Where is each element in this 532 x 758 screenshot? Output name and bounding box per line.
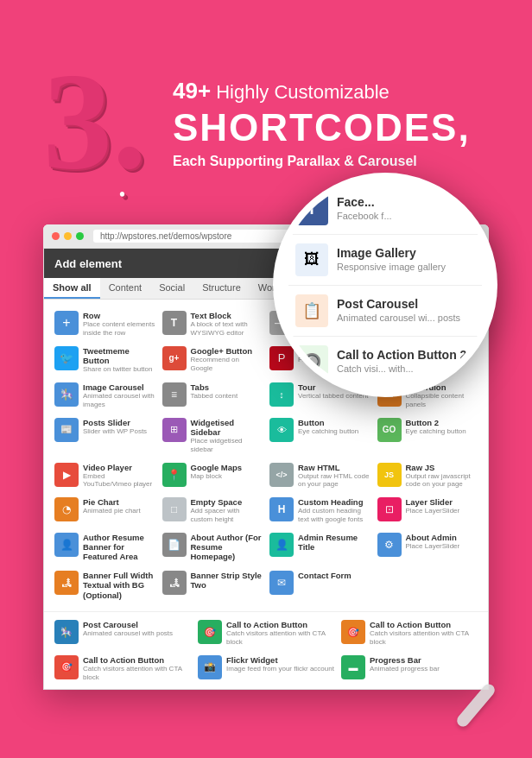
element-posts-slider[interactable]: 📰 Posts Slider Slider with WP Posts — [51, 414, 159, 458]
hero-prefix-text: Highly Customizable — [216, 81, 390, 103]
text-block-desc: A block of text with WYSIWYG editor — [191, 320, 263, 337]
cta-2-icon: 🎯 — [341, 620, 365, 644]
banner-strip-title: Banner Strip Style Two — [191, 571, 263, 591]
element-cta-3[interactable]: 🎯 Call to Action Button Catch visitors a… — [51, 651, 194, 686]
button-desc: Eye catching button — [298, 427, 358, 436]
accordion-desc: Collapsible content panels — [406, 392, 478, 408]
element-raw-js[interactable]: JS Raw JS Output raw javascript code on … — [374, 458, 482, 494]
post-carousel-2-text: Post Carousel Animated carousel with pos… — [83, 620, 173, 638]
element-about-author[interactable]: 📄 About Author (For Resume Homepage) — [159, 528, 267, 566]
browser-close-dot — [52, 232, 60, 240]
posts-slider-text: Posts Slider Slider with WP Posts — [83, 418, 147, 436]
posts-slider-desc: Slider with WP Posts — [83, 427, 147, 436]
gallery-icon: 🖼 — [295, 243, 328, 276]
raw-js-title: Raw JS — [406, 463, 478, 472]
author-banner-text: Author Resume Banner for Featured Area — [83, 533, 155, 562]
cta-3-title: Call to Action Button — [83, 655, 191, 665]
row-icon: + — [54, 311, 79, 335]
post-carousel-2-title: Post Carousel — [83, 620, 173, 629]
element-tabs[interactable]: ≡ Tabs Tabbed content — [159, 378, 267, 414]
layer-slider-icon: ⊡ — [377, 497, 402, 521]
cta-text: Call to Action Button 2 Catch visi... wi… — [337, 348, 466, 375]
magnifier-carousel-item: 📋 Post Carousel Animated carousel wi... … — [288, 286, 482, 337]
element-widgetised-sidebar[interactable]: ⊞ Widgetised Sidebar Place widgetised si… — [159, 414, 267, 458]
magnifier: f Face... Facebook f... 🖼 Image Gallery … — [273, 173, 497, 397]
image-carousel-title: Image Carousel — [83, 382, 155, 392]
element-button[interactable]: 👁 Button Eye catching button — [266, 414, 374, 458]
element-cta-2[interactable]: 🎯 Call to Action Button Catch visitors a… — [338, 616, 481, 651]
tabs-desc: Tabbed content — [191, 392, 238, 401]
element-pie-chart[interactable]: ◔ Pie Chart Animated pie chart — [51, 493, 159, 528]
element-gplus[interactable]: g+ Google+ Button Recommend on Google — [159, 342, 267, 378]
element-video-player[interactable]: ▶ Video Player Embed YouTube/Vimeo playe… — [51, 458, 159, 494]
contact-form-text: Contact Form — [298, 571, 352, 580]
raw-html-title: Raw HTML — [298, 463, 370, 472]
tweetmeme-icon: 🐦 — [54, 346, 79, 370]
admin-resume-icon: 👤 — [269, 533, 294, 557]
layer-slider-text: Layer Slider Place LayerSlider — [406, 497, 460, 515]
gplus-title: Google+ Button — [191, 346, 263, 356]
element-cta-1[interactable]: 🎯 Call to Action Button Catch visitors a… — [194, 616, 338, 651]
browser-section: f Face... Facebook f... 🖼 Image Gallery … — [43, 224, 489, 690]
post-carousel-2-icon: 🎠 — [54, 620, 79, 644]
empty-space-text: Empty Space Add spacer with custom heigh… — [191, 497, 263, 524]
element-empty-space[interactable]: □ Empty Space Add spacer with custom hei… — [159, 493, 267, 528]
element-banner-full-width[interactable]: 🏞 Banner Full Width Textual with BG (Opt… — [51, 566, 159, 604]
facebook-text: Face... Facebook f... — [337, 195, 392, 222]
google-maps-icon: 📍 — [162, 463, 187, 487]
raw-js-desc: Output raw javascript code on your page — [406, 472, 478, 489]
element-author-banner[interactable]: 👤 Author Resume Banner for Featured Area — [51, 528, 159, 566]
element-contact-form[interactable]: ✉ Contact Form — [266, 566, 374, 604]
author-banner-icon: 👤 — [54, 533, 79, 557]
element-google-maps[interactable]: 📍 Google Maps Map block — [159, 458, 267, 494]
google-maps-desc: Map block — [191, 472, 243, 481]
flickr-widget-icon: 📸 — [198, 655, 222, 679]
browser-maximize-dot — [76, 232, 84, 240]
element-image-carousel[interactable]: 🎠 Image Carousel Animated carousel with … — [51, 378, 159, 414]
banner-full-width-title: Banner Full Width Textual with BG (Optio… — [83, 571, 155, 600]
cta-3-desc: Catch visitors attention with CTA block — [83, 665, 191, 681]
text-block-icon: T — [162, 311, 187, 335]
tab-show-all[interactable]: Show all — [44, 278, 100, 299]
element-admin-resume[interactable]: 👤 Admin Resume Title — [266, 528, 374, 566]
cta-1-text: Call to Action Button Catch visitors att… — [226, 620, 334, 647]
progress-bar-title: Progress Bar — [370, 655, 440, 665]
element-about-admin[interactable]: ⚙ About Admin Place LayerSlider — [374, 528, 482, 566]
hero-section: 3. 49+ Highly Customizable SHORTCODES, E… — [43, 52, 489, 190]
element-flickr-widget[interactable]: 📸 Flickr Widget Image feed from your fli… — [194, 651, 338, 686]
widgetised-sidebar-desc: Place widgetised sidebar — [191, 437, 263, 453]
tab-structure[interactable]: Structure — [193, 278, 250, 299]
gallery-text: Image Gallery Responsive image gallery — [337, 246, 446, 273]
element-tweetmeme[interactable]: 🐦 Tweetmeme Button Share on twitter butt… — [51, 342, 159, 378]
element-button2[interactable]: GO Button 2 Eye catching button — [374, 414, 482, 458]
video-player-title: Video Player — [83, 463, 155, 472]
element-progress-bar[interactable]: ▬ Progress Bar Animated progress bar — [338, 651, 481, 686]
facebook-desc: Facebook f... — [337, 210, 392, 222]
banner-full-width-icon: 🏞 — [54, 571, 79, 595]
flickr-widget-text: Flickr Widget Image feed from your flick… — [226, 655, 334, 673]
hero-subtitle: Each Supporting Parallax & Carousel — [173, 154, 471, 169]
tab-social[interactable]: Social — [150, 278, 193, 299]
main-container: 3. 49+ Highly Customizable SHORTCODES, E… — [0, 0, 532, 758]
tabs-icon: ≡ — [162, 382, 187, 407]
element-banner-strip[interactable]: 🏞 Banner Strip Style Two — [159, 566, 267, 604]
button2-desc: Eye catching button — [406, 427, 466, 436]
element-post-carousel-2[interactable]: 🎠 Post Carousel Animated carousel with p… — [51, 616, 194, 651]
element-layer-slider[interactable]: ⊡ Layer Slider Place LayerSlider — [374, 493, 482, 528]
element-row[interactable]: + Row Place content elements inside the … — [51, 306, 159, 342]
gplus-desc: Recommend on Google — [191, 356, 263, 372]
element-custom-heading[interactable]: H Custom Heading Add custom heading text… — [266, 493, 374, 528]
element-text-block[interactable]: T Text Block A block of text with WYSIWY… — [159, 306, 267, 342]
panel-title: Add element — [54, 257, 122, 270]
gplus-icon: g+ — [162, 346, 187, 370]
element-raw-html[interactable]: </> Raw HTML Output raw HTML code on you… — [266, 458, 374, 494]
tour-icon: ↕ — [269, 382, 294, 407]
about-admin-desc: Place LayerSlider — [406, 542, 460, 551]
pie-chart-desc: Animated pie chart — [83, 507, 141, 515]
cta-title: Call to Action Button 2 — [337, 348, 466, 363]
text-block-title: Text Block — [191, 311, 263, 320]
row-desc: Place content elements inside the row — [83, 320, 155, 337]
tab-content[interactable]: Content — [100, 278, 151, 299]
progress-bar-icon: ▬ — [341, 655, 365, 679]
posts-slider-icon: 📰 — [54, 418, 79, 442]
